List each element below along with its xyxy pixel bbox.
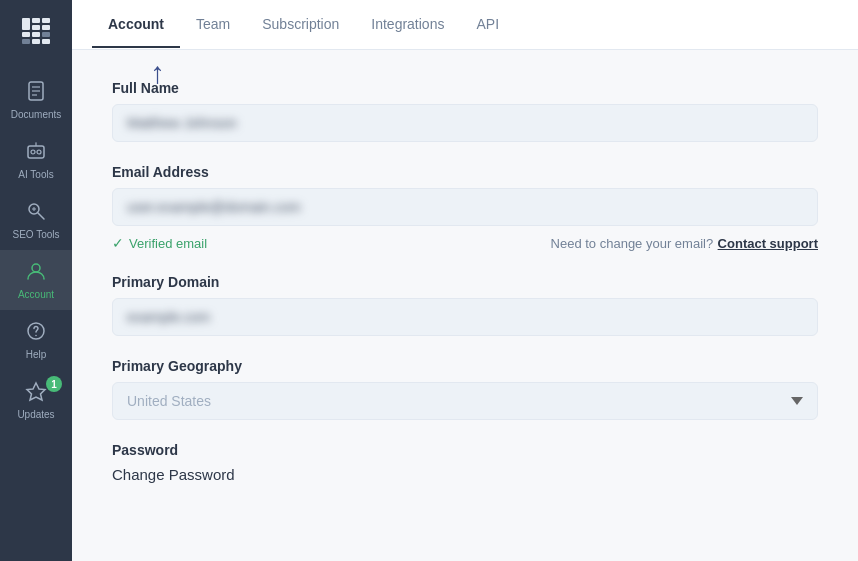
verified-text: Verified email [129, 236, 207, 251]
svg-point-8 [36, 142, 37, 143]
updates-label: Updates [17, 409, 54, 420]
seo-tools-label: SEO Tools [12, 229, 59, 240]
contact-support-link[interactable]: Contact support [718, 236, 818, 251]
up-arrow-indicator: ↑ [150, 58, 165, 88]
tab-team[interactable]: Team [180, 2, 246, 48]
tab-integrations[interactable]: Integrations [355, 2, 460, 48]
change-password-link[interactable]: Change Password [112, 466, 235, 483]
password-label: Password [112, 442, 818, 458]
email-label: Email Address [112, 164, 818, 180]
need-change-text: Need to change your email? [551, 236, 714, 251]
seo-tools-icon [25, 200, 47, 225]
sidebar-item-ai-tools[interactable]: AI Tools [0, 130, 72, 190]
ai-tools-label: AI Tools [18, 169, 53, 180]
svg-point-15 [35, 335, 37, 337]
svg-point-5 [31, 150, 35, 154]
email-status-row: ✓ Verified email Need to change your ema… [112, 234, 818, 252]
tabs-bar: Account Team Subscription Integrations A… [72, 0, 858, 50]
full-name-input[interactable]: Matthew Johnson [112, 104, 818, 142]
sidebar-item-updates[interactable]: Updates 1 [0, 370, 72, 430]
email-input[interactable]: user.example@domain.com [112, 188, 818, 226]
password-group: Password Change Password [112, 442, 818, 484]
full-name-label: Full Name [112, 80, 818, 96]
documents-label: Documents [11, 109, 62, 120]
full-name-group: Full Name Matthew Johnson [112, 80, 818, 142]
help-icon [25, 320, 47, 345]
email-value: user.example@domain.com [127, 199, 301, 215]
updates-badge: 1 [46, 376, 62, 392]
change-email-section: Need to change your email? Contact suppo… [551, 234, 818, 252]
sidebar: Documents AI Tools SEO Tools [0, 0, 72, 561]
sidebar-logo [14, 10, 58, 52]
primary-domain-input[interactable]: example.com [112, 298, 818, 336]
ai-tools-icon [25, 140, 47, 165]
tab-api[interactable]: API [460, 2, 515, 48]
tab-account[interactable]: Account [92, 2, 180, 48]
sidebar-item-account[interactable]: Account ← [0, 250, 72, 310]
checkmark-icon: ✓ [112, 235, 124, 251]
primary-geography-select[interactable]: United States [112, 382, 818, 420]
sidebar-item-help[interactable]: Help [0, 310, 72, 370]
main-content: Account Team Subscription Integrations A… [72, 0, 858, 561]
email-group: Email Address user.example@domain.com ✓ … [112, 164, 818, 252]
sidebar-item-seo-tools[interactable]: SEO Tools [0, 190, 72, 250]
form-area: ↑ Full Name Matthew Johnson Email Addres… [72, 50, 858, 561]
account-icon [25, 260, 47, 285]
updates-icon [25, 380, 47, 405]
account-label: Account [18, 289, 54, 300]
svg-line-10 [38, 213, 44, 219]
primary-geography-label: Primary Geography [112, 358, 818, 374]
primary-domain-value: example.com [127, 309, 210, 325]
tab-subscription[interactable]: Subscription [246, 2, 355, 48]
sidebar-item-documents[interactable]: Documents [0, 70, 72, 130]
primary-domain-label: Primary Domain [112, 274, 818, 290]
help-label: Help [26, 349, 47, 360]
svg-point-13 [32, 264, 40, 272]
verified-email-badge: ✓ Verified email [112, 235, 207, 251]
svg-marker-16 [27, 383, 45, 400]
documents-icon [25, 80, 47, 105]
svg-point-6 [37, 150, 41, 154]
primary-domain-group: Primary Domain example.com [112, 274, 818, 336]
primary-geography-group: Primary Geography United States [112, 358, 818, 420]
full-name-value: Matthew Johnson [127, 115, 237, 131]
